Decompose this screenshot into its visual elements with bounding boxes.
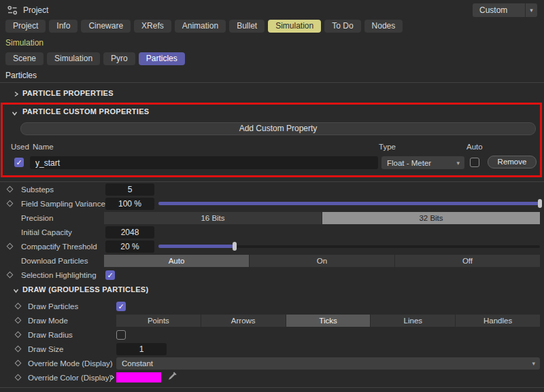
main-tab-bar: Project Info Cineware XRefs Animation Bu… [5,20,403,33]
keyframe-diamond-icon[interactable] [15,360,22,367]
property-type-dropdown[interactable]: Float - Meter ▾ [381,156,464,169]
preset-dropdown-value: Custom [473,3,525,17]
draw-mode-segmented-control: Points Arrows Ticks Lines Handles [116,315,540,327]
chevron-down-icon: ▾ [532,360,540,367]
tab-bullet[interactable]: Bullet [229,20,265,33]
compactify-threshold-label: Compactify Threshold [21,240,97,253]
download-off-button[interactable]: Off [395,255,540,267]
precision-32bits-button[interactable]: 32 Bits [322,212,540,224]
keyframe-diamond-icon[interactable] [7,272,14,279]
initial-capacity-input[interactable] [105,226,154,238]
eyedropper-icon[interactable] [167,371,177,384]
compactify-threshold-slider[interactable] [158,240,540,252]
draw-size-label: Draw Size [28,342,63,356]
initial-capacity-label: Initial Capacity [21,226,72,239]
property-name-input[interactable] [30,156,378,169]
substeps-input[interactable] [105,183,154,196]
remove-button[interactable]: Remove [488,156,537,168]
keyframe-diamond-icon[interactable] [7,243,14,250]
field-sampling-variance-label: Field Sampling Variance [21,197,105,211]
keyframe-diamond-icon[interactable] [15,346,22,353]
field-sampling-variance-slider[interactable] [158,198,540,209]
draw-particles-label: Draw Particles [28,300,78,313]
attribute-manager-panel: Project Custom ▾ Project Info Cineware X… [0,0,544,392]
override-mode-dropdown[interactable]: Constant ▾ [116,357,540,370]
tab-simulation[interactable]: Simulation [268,20,321,33]
draw-mode-lines-button[interactable]: Lines [371,315,455,327]
slider-fill [158,245,235,248]
section-header-draw[interactable]: DRAW (GROUPLESS PARTICLES) [22,285,148,293]
keyframe-diamond-icon[interactable] [15,303,22,310]
divider [0,82,544,83]
precision-16bits-button[interactable]: 16 Bits [104,212,322,224]
draw-mode-points-button[interactable]: Points [116,315,201,327]
draw-radius-checkbox[interactable] [116,330,126,340]
selection-highlighting-checkbox[interactable] [105,270,115,280]
simulation-sub-tab-bar: Scene Simulation Pyro Particles [5,52,185,65]
page-title: Particles [5,71,37,80]
divider [0,181,544,182]
keyframe-diamond-icon[interactable] [15,317,22,324]
keyframe-diamond-icon[interactable] [7,186,14,193]
column-header-used: Used [11,143,29,151]
draw-mode-label: Draw Mode [28,314,68,327]
preset-dropdown[interactable]: Custom ▾ [473,3,537,17]
chevron-down-icon[interactable] [13,288,19,293]
column-header-name: Name [33,143,54,151]
selection-highlighting-label: Selection Highlighting [21,268,97,282]
chevron-down-icon: ▾ [456,160,464,166]
subtab-pyro[interactable]: Pyro [103,52,135,65]
draw-size-input[interactable] [116,343,167,355]
section-header-particle-custom-properties[interactable]: PARTICLE CUSTOM PROPERTIES [22,107,149,115]
draw-radius-label: Draw Radius [28,328,73,342]
override-mode-label: Override Mode (Display) [28,357,113,370]
keyframe-diamond-icon[interactable] [15,332,22,338]
precision-label: Precision [21,211,53,225]
download-particles-label: Download Particles [21,254,88,268]
draw-mode-handles-button[interactable]: Handles [456,315,540,327]
tab-animation[interactable]: Animation [175,20,226,33]
tab-project[interactable]: Project [5,20,46,33]
tab-cineware[interactable]: Cineware [81,20,131,33]
override-color-swatch[interactable] [116,372,161,382]
download-particles-segmented-control: Auto On Off [104,255,540,267]
compactify-threshold-input[interactable] [105,240,154,253]
section-header-particle-properties[interactable]: PARTICLE PROPERTIES [22,89,114,97]
tab-xrefs[interactable]: XRefs [134,20,171,33]
draw-mode-arrows-button[interactable]: Arrows [201,315,286,327]
slider-fill [158,202,540,205]
tab-nodes[interactable]: Nodes [364,20,403,33]
download-auto-button[interactable]: Auto [104,255,249,267]
slider-handle[interactable] [538,199,542,208]
tab-todo[interactable]: To Do [324,20,360,33]
keyframe-diamond-icon[interactable] [7,200,14,207]
subtab-simulation[interactable]: Simulation [47,52,100,65]
project-settings-icon [7,5,19,19]
simulation-group-title: Simulation [5,38,44,48]
precision-segmented-control: 16 Bits 32 Bits [104,212,540,224]
override-mode-value: Constant [116,359,153,368]
tab-info[interactable]: Info [49,20,78,33]
chevron-right-icon[interactable] [14,91,19,97]
keyframe-diamond-icon[interactable] [15,374,22,381]
draw-mode-ticks-button[interactable]: Ticks [286,315,371,327]
column-header-type: Type [379,143,396,151]
draw-particles-checkbox[interactable] [116,302,126,311]
chevron-down-icon[interactable] [12,111,18,116]
column-header-auto: Auto [466,143,483,151]
subtab-scene[interactable]: Scene [5,52,44,65]
auto-checkbox[interactable] [470,158,479,167]
chevron-down-icon[interactable]: ▾ [525,3,537,17]
panel-title: Project [23,5,48,15]
field-sampling-variance-input[interactable] [105,198,154,210]
slider-handle[interactable] [233,242,237,251]
substeps-label: Substeps [21,183,54,196]
override-color-label: Override Color (Display) [28,371,112,385]
divider [0,387,544,388]
chevron-right-icon[interactable] [110,374,115,380]
used-checkbox[interactable] [14,158,24,167]
download-on-button[interactable]: On [250,255,394,267]
subtab-particles[interactable]: Particles [139,52,185,65]
property-type-value: Float - Meter [381,159,431,167]
add-custom-property-button[interactable]: Add Custom Property [20,122,536,135]
